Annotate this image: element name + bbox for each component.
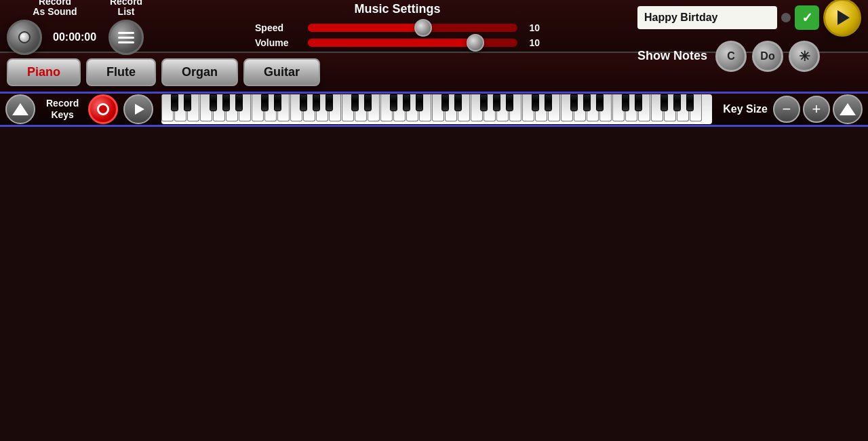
volume-label: Volume <box>255 37 302 48</box>
mini-black-key[interactable] <box>171 94 178 111</box>
mini-black-key[interactable] <box>390 94 397 111</box>
mini-black-key[interactable] <box>673 94 681 111</box>
record-as-sound-section: Record As Sound 00:00:00 <box>7 0 103 55</box>
record-label2: As Sound <box>33 7 77 17</box>
music-settings-section: Music Settings Speed 10 Volume 10 <box>157 2 637 50</box>
mini-black-key[interactable] <box>416 94 423 111</box>
mini-black-key[interactable] <box>210 94 217 111</box>
play-keys-icon <box>135 104 144 115</box>
mini-black-key[interactable] <box>403 94 410 111</box>
play-icon <box>837 10 850 25</box>
mini-black-key[interactable] <box>506 94 513 111</box>
mini-black-key[interactable] <box>570 94 578 111</box>
mini-black-key[interactable] <box>660 94 668 111</box>
piano-button[interactable]: Piano <box>7 58 81 86</box>
volume-track <box>308 39 517 47</box>
speed-value: 10 <box>523 22 540 33</box>
record-list-button[interactable] <box>108 20 144 55</box>
key-size-plus-button[interactable]: + <box>803 96 830 123</box>
mini-black-key[interactable] <box>635 94 642 111</box>
organ-button[interactable]: Organ <box>161 58 238 86</box>
piano-label: Piano <box>27 65 60 79</box>
mini-black-key[interactable] <box>351 94 359 111</box>
record-keys-button[interactable] <box>88 94 118 124</box>
octave-up-button[interactable] <box>5 94 35 124</box>
show-notes-label: Show Notes <box>637 49 707 63</box>
mini-black-key[interactable] <box>326 94 333 111</box>
key-size-label: Key Size <box>723 103 768 115</box>
minus-icon: − <box>783 100 791 118</box>
note-c-button[interactable]: C <box>715 41 747 72</box>
volume-value: 10 <box>523 37 540 48</box>
mini-black-key[interactable] <box>545 94 552 111</box>
volume-slider-row: Volume 10 <box>255 37 540 48</box>
speed-thumb[interactable] <box>414 19 432 37</box>
music-control-section: Music Control Happy Birtday ✓ Show Notes… <box>637 0 861 72</box>
record-as-sound-button[interactable] <box>7 20 42 55</box>
mini-black-key[interactable] <box>261 94 269 111</box>
play-button[interactable] <box>823 0 861 37</box>
note-star-button[interactable]: ✳ <box>789 41 820 72</box>
key-size-up-button[interactable] <box>833 94 863 124</box>
mini-black-key[interactable] <box>686 94 694 111</box>
mini-black-key[interactable] <box>596 94 604 111</box>
mini-black-key[interactable] <box>493 94 500 111</box>
record-keys-label1: Record <box>46 98 79 109</box>
show-notes-row: Show Notes C Do ✳ <box>637 41 861 72</box>
speed-track <box>308 24 517 32</box>
speed-fill <box>308 24 423 32</box>
music-settings-title: Music Settings <box>355 2 441 16</box>
song-selector[interactable]: Happy Birtday <box>637 6 777 29</box>
check-icon: ✓ <box>802 9 813 26</box>
note-do-label: Do <box>760 50 774 62</box>
mini-black-key[interactable] <box>184 94 191 111</box>
list-line-2 <box>118 37 134 39</box>
mini-black-key[interactable] <box>364 94 372 111</box>
mini-black-key[interactable] <box>441 94 449 111</box>
record-list-label2: List <box>118 7 135 17</box>
note-c-label: C <box>727 50 735 62</box>
mini-black-key[interactable] <box>454 94 462 111</box>
play-keys-button[interactable] <box>123 94 153 124</box>
speed-slider-row: Speed 10 <box>255 22 540 33</box>
guitar-button[interactable]: Guitar <box>243 58 320 86</box>
key-size-minus-button[interactable]: − <box>773 96 800 123</box>
volume-fill <box>308 39 475 47</box>
organ-label: Organ <box>182 65 218 79</box>
mini-black-key[interactable] <box>622 94 629 111</box>
list-line-3 <box>118 41 134 43</box>
dot-indicator <box>781 13 791 22</box>
mini-black-key[interactable] <box>274 94 281 111</box>
list-line-1 <box>118 32 134 34</box>
up-icon <box>840 103 856 115</box>
flute-label: Flute <box>106 65 136 79</box>
mini-black-key[interactable] <box>583 94 591 111</box>
song-name: Happy Birtday <box>644 12 717 23</box>
song-row: Happy Birtday ✓ <box>637 0 861 37</box>
speed-label: Speed <box>255 22 302 33</box>
record-keys-label2: Keys <box>51 109 73 121</box>
rec-dot-icon <box>97 103 109 115</box>
mini-black-key[interactable] <box>222 94 230 111</box>
mini-black-key[interactable] <box>313 94 320 111</box>
record-dot-icon <box>18 31 31 43</box>
check-button[interactable]: ✓ <box>795 5 819 30</box>
volume-thumb[interactable] <box>467 34 484 52</box>
note-star-icon: ✳ <box>799 48 810 64</box>
up-arrow-icon <box>12 103 28 115</box>
mini-black-key[interactable] <box>300 94 307 111</box>
record-list-section: Record List <box>108 0 144 55</box>
mini-black-key[interactable] <box>235 94 243 111</box>
flute-button[interactable]: Flute <box>86 58 156 86</box>
keyboard-bar: Record Keys Key Size − + <box>0 92 868 127</box>
mini-keyboard <box>161 94 712 124</box>
note-do-button[interactable]: Do <box>752 41 783 72</box>
record-timer: 00:00:00 <box>53 31 96 43</box>
mini-black-key[interactable] <box>480 94 488 111</box>
plus-icon: + <box>812 100 821 118</box>
guitar-label: Guitar <box>264 65 300 79</box>
top-bar: Record As Sound 00:00:00 Record List Mus… <box>0 0 868 53</box>
mini-black-key[interactable] <box>532 94 539 111</box>
